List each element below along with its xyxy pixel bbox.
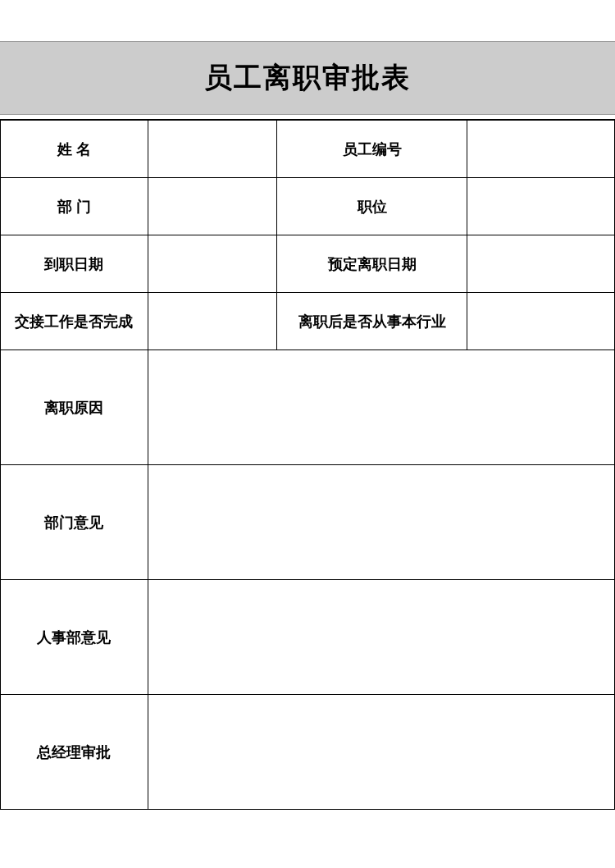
label-start-date: 到职日期 (1, 235, 148, 293)
label-same-industry: 离职后是否从事本行业 (277, 293, 467, 350)
value-start-date (148, 235, 276, 293)
row-handover: 交接工作是否完成 离职后是否从事本行业 (1, 293, 615, 350)
row-dates: 到职日期 预定离职日期 (1, 235, 615, 293)
row-department: 部 门 职位 (1, 178, 615, 235)
row-dept-opinion: 部门意见 (1, 465, 615, 580)
value-employee-id (467, 121, 615, 178)
form-title: 员工离职审批表 (204, 59, 411, 97)
approval-form-table: 姓 名 员工编号 部 门 职位 到职日期 预定离职日期 交接工作是否完成 离职后… (0, 120, 615, 810)
label-position: 职位 (277, 178, 467, 235)
label-handover-complete: 交接工作是否完成 (1, 293, 148, 350)
value-department (148, 178, 276, 235)
value-handover-complete (148, 293, 276, 350)
value-gm-approval (148, 695, 614, 810)
value-hr-opinion (148, 580, 614, 695)
label-dept-opinion: 部门意见 (1, 465, 148, 580)
value-position (467, 178, 615, 235)
label-hr-opinion: 人事部意见 (1, 580, 148, 695)
row-gm-approval: 总经理审批 (1, 695, 615, 810)
label-department: 部 门 (1, 178, 148, 235)
row-hr-opinion: 人事部意见 (1, 580, 615, 695)
value-dept-opinion (148, 465, 614, 580)
value-leave-date (467, 235, 615, 293)
value-same-industry (467, 293, 615, 350)
value-reason (148, 350, 614, 465)
title-bar: 员工离职审批表 (0, 41, 615, 115)
label-employee-id: 员工编号 (277, 121, 467, 178)
label-gm-approval: 总经理审批 (1, 695, 148, 810)
top-spacer (0, 0, 615, 41)
label-reason: 离职原因 (1, 350, 148, 465)
label-name: 姓 名 (1, 121, 148, 178)
row-reason: 离职原因 (1, 350, 615, 465)
label-leave-date: 预定离职日期 (277, 235, 467, 293)
row-name: 姓 名 员工编号 (1, 121, 615, 178)
value-name (148, 121, 276, 178)
